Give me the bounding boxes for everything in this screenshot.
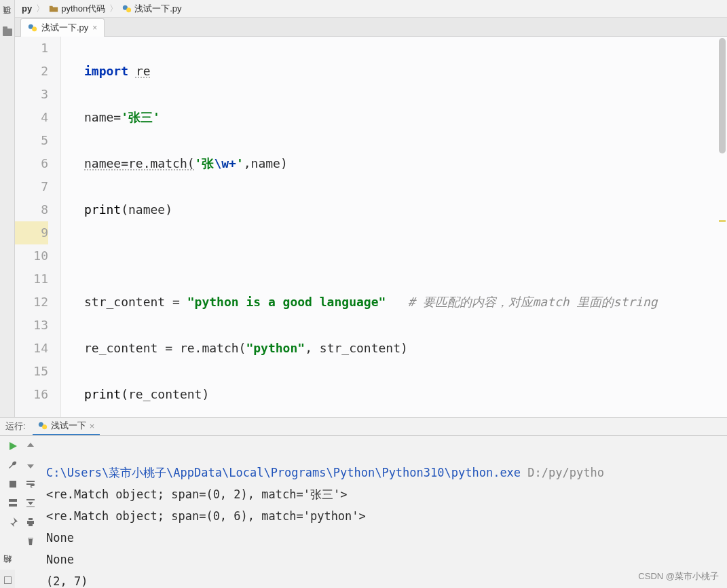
breadcrumb-root-label: py (22, 3, 32, 14)
editor-tab-bar: 浅试一下.py × (15, 18, 727, 37)
run-header: 运行: 浅试一下 × (0, 418, 727, 436)
breadcrumb-folder-label: python代码 (61, 3, 105, 15)
svg-point-1 (126, 7, 131, 12)
project-sidebar[interactable]: 项目 (0, 0, 15, 417)
breadcrumb-file-label: 浅试一下.py (134, 3, 181, 15)
console-line: None (46, 553, 74, 566)
breadcrumb-root[interactable]: py (22, 3, 32, 14)
script-arg: D:/py/pytho (521, 466, 604, 479)
run-button[interactable] (7, 440, 19, 452)
close-icon[interactable]: × (92, 23, 97, 33)
scrollbar-marker (719, 220, 726, 222)
python-file-icon (28, 23, 37, 33)
soft-wrap-icon[interactable] (24, 478, 37, 490)
code-editor[interactable]: 1234 5678 9101112 13141516 import re nam… (15, 37, 727, 417)
trash-icon[interactable] (24, 535, 37, 547)
scroll-to-end-icon[interactable] (24, 497, 37, 509)
watermark: CSDN @菜市小桃子 (638, 570, 719, 583)
print-icon[interactable] (24, 516, 37, 528)
console-line: (2, 7) (46, 574, 88, 588)
interpreter-path: C:\Users\菜市小桃子\AppData\Local\Programs\Py… (46, 466, 521, 479)
run-label: 运行: (5, 420, 26, 433)
down-arrow-icon[interactable] (24, 459, 37, 471)
console-line: <re.Match object; span=(0, 6), match='py… (46, 509, 366, 523)
breadcrumb: py 〉 python代码 〉 浅试一下.py (15, 0, 727, 18)
svg-rect-10 (29, 518, 33, 520)
wrench-icon[interactable] (7, 459, 19, 471)
console-line: <re.Match object; span=(0, 2), match='张三… (46, 488, 347, 501)
scrollbar-thumb[interactable] (719, 38, 726, 153)
close-icon[interactable]: × (90, 421, 95, 431)
python-file-icon (38, 421, 48, 430)
editor-tab[interactable]: 浅试一下.py × (20, 18, 105, 37)
breadcrumb-file[interactable]: 浅试一下.py (122, 3, 181, 15)
console-line: None (46, 531, 74, 545)
editor-tab-label: 浅试一下.py (41, 22, 88, 34)
chevron-right-icon: 〉 (109, 3, 118, 15)
svg-rect-6 (10, 481, 16, 488)
svg-rect-9 (27, 521, 34, 524)
up-arrow-icon[interactable] (24, 440, 37, 452)
folder-icon (3, 29, 12, 36)
run-toolbar (0, 436, 42, 588)
python-file-icon (122, 4, 132, 14)
line-gutter: 1234 5678 9101112 13141516 (15, 37, 61, 417)
svg-rect-11 (29, 524, 33, 526)
svg-rect-7 (9, 499, 17, 502)
svg-point-5 (42, 424, 47, 429)
run-tab[interactable]: 浅试一下 × (33, 418, 100, 435)
editor-scrollbar[interactable] (719, 38, 726, 417)
pin-icon[interactable] (7, 516, 19, 528)
console-output[interactable]: C:\Users\菜市小桃子\AppData\Local\Programs\Py… (42, 436, 727, 588)
breadcrumb-folder[interactable]: python代码 (49, 3, 105, 15)
structure-sidebar[interactable]: 结构 (0, 570, 15, 588)
stop-button[interactable] (7, 478, 19, 490)
chevron-right-icon: 〉 (36, 3, 45, 15)
svg-point-3 (32, 26, 37, 31)
code-content[interactable]: import re name='张三' namee=re.match('张\w+… (61, 37, 727, 417)
structure-icon (4, 576, 12, 584)
folder-icon (49, 4, 58, 14)
run-panel: 运行: 浅试一下 × C:\Users\菜市小 (0, 417, 727, 573)
run-tab-label: 浅试一下 (51, 420, 86, 432)
svg-rect-8 (9, 504, 17, 507)
layout-icon[interactable] (7, 497, 19, 509)
